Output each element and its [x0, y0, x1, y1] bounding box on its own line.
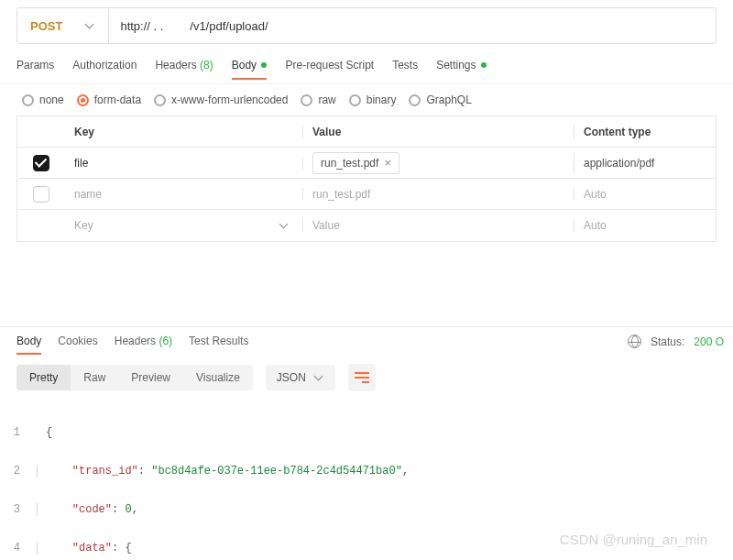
key-input[interactable]: Key — [65, 219, 303, 232]
tab-authorization[interactable]: Authorization — [72, 59, 137, 79]
col-header-key: Key — [65, 126, 303, 138]
url-bar: POST — [16, 7, 717, 44]
resp-tab-body[interactable]: Body — [16, 335, 41, 355]
radio-xwww[interactable]: x-www-form-urlencoded — [154, 93, 288, 106]
response-view-bar: Pretty Raw Preview Visualize JSON — [0, 355, 733, 401]
chevron-down-icon — [315, 373, 324, 382]
resp-tab-headers[interactable]: Headers (6) — [115, 335, 172, 355]
table-row: name run_test.pdf Auto — [17, 179, 716, 210]
tab-body[interactable]: Body — [232, 59, 268, 79]
form-data-table: Key Value Content type file run_test.pdf… — [16, 115, 717, 242]
key-input[interactable]: name — [65, 188, 303, 201]
network-icon[interactable] — [628, 335, 641, 348]
radio-icon — [349, 94, 361, 106]
resp-tab-cookies[interactable]: Cookies — [58, 335, 97, 355]
view-segment: Pretty Raw Preview Visualize — [16, 365, 253, 390]
value-cell[interactable]: Value — [303, 219, 574, 232]
body-type-row: none form-data x-www-form-urlencoded raw… — [0, 84, 733, 115]
table-row-new: Key Value Auto — [17, 210, 716, 241]
chevron-down-icon[interactable] — [280, 221, 290, 230]
modified-dot-icon — [261, 62, 267, 68]
radio-icon — [301, 94, 312, 106]
tab-tests[interactable]: Tests — [392, 59, 418, 79]
view-visualize[interactable]: Visualize — [183, 365, 253, 390]
radio-icon — [77, 94, 89, 106]
format-select[interactable]: JSON — [266, 365, 335, 390]
value-cell[interactable]: run_test.pdf — [303, 188, 574, 201]
wrap-icon — [355, 372, 369, 383]
radio-binary[interactable]: binary — [349, 93, 397, 106]
content-type-cell[interactable]: application/pdf — [574, 157, 716, 170]
response-panel: Body Cookies Headers (6) Test Results St… — [0, 326, 733, 560]
view-raw[interactable]: Raw — [71, 365, 118, 390]
tab-params[interactable]: Params — [16, 59, 54, 79]
chevron-down-icon — [86, 21, 95, 30]
url-input[interactable] — [109, 19, 716, 33]
response-tabs: Body Cookies Headers (6) Test Results St… — [0, 327, 733, 355]
radio-form-data[interactable]: form-data — [77, 93, 141, 106]
radio-raw[interactable]: raw — [301, 93, 335, 106]
table-row: file run_test.pdf × application/pdf — [17, 148, 716, 179]
row-checkbox[interactable] — [33, 186, 49, 203]
response-body[interactable]: 1{ 2 "trans_id": "bc8d4afe-037e-11ee-b78… — [0, 401, 733, 560]
row-checkbox[interactable] — [33, 155, 49, 171]
radio-icon — [154, 94, 166, 106]
view-preview[interactable]: Preview — [118, 365, 183, 390]
radio-icon — [409, 94, 421, 106]
table-header: Key Value Content type — [17, 116, 716, 148]
remove-file-icon[interactable]: × — [384, 155, 391, 171]
radio-graphql[interactable]: GraphQL — [409, 93, 471, 106]
col-header-value: Value — [303, 126, 574, 138]
tab-headers[interactable]: Headers (8) — [155, 59, 213, 79]
tab-settings[interactable]: Settings — [436, 59, 487, 79]
status-label: Status: — [651, 335, 684, 348]
wrap-toggle[interactable] — [348, 364, 376, 391]
radio-none[interactable]: none — [22, 93, 64, 106]
view-pretty[interactable]: Pretty — [16, 365, 71, 390]
response-meta: Status: 200 O — [628, 335, 724, 348]
col-header-ct: Content type — [574, 126, 716, 138]
http-method-value: POST — [30, 19, 62, 33]
content-type-cell[interactable]: Auto — [574, 188, 716, 201]
request-tabs: Params Authorization Headers (8) Body Pr… — [0, 53, 733, 84]
file-chip[interactable]: run_test.pdf × — [312, 152, 399, 174]
radio-icon — [22, 94, 34, 106]
tab-prerequest[interactable]: Pre-request Script — [285, 59, 374, 79]
modified-dot-icon — [481, 62, 487, 68]
content-type-cell[interactable]: Auto — [574, 219, 716, 232]
status-code: 200 O — [694, 335, 724, 348]
http-method-select[interactable]: POST — [17, 8, 109, 43]
key-input[interactable]: file — [65, 157, 303, 170]
value-cell[interactable]: run_test.pdf × — [303, 152, 574, 174]
resp-tab-tests[interactable]: Test Results — [189, 335, 248, 355]
